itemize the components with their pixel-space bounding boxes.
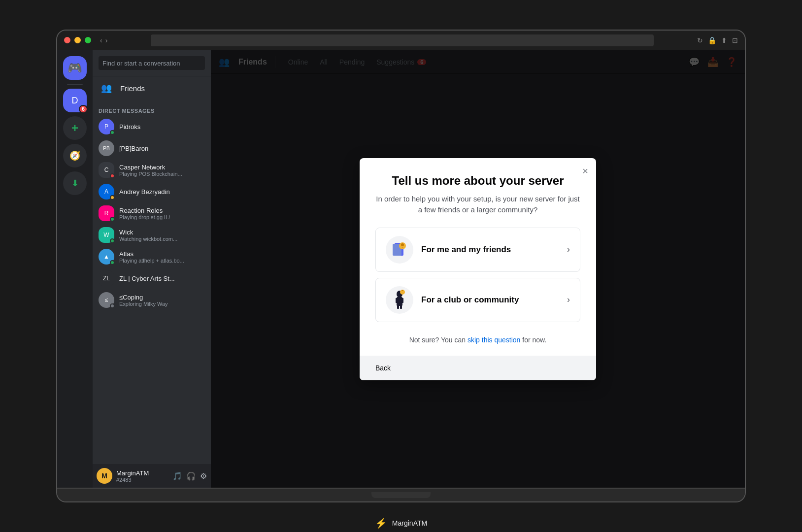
server-icon-add[interactable]: +: [63, 116, 87, 140]
modal-close-button[interactable]: ×: [582, 166, 588, 176]
dm-username-3: Casper Network: [119, 164, 182, 171]
skip-link[interactable]: skip this question: [468, 336, 520, 344]
dm-status-5: Playing droplet.gg II /: [119, 214, 170, 220]
modal-footer: Back: [360, 356, 596, 380]
dm-avatar-coping: ≤: [99, 292, 114, 308]
dm-user-info-2: [PB]Baron: [119, 145, 148, 152]
current-user-avatar: M: [97, 468, 112, 484]
current-discriminator: #2483: [116, 477, 168, 483]
mute-icon[interactable]: 🎵: [172, 471, 182, 481]
dm-user-info-4: Andrey Bezryadin: [119, 188, 170, 196]
friends-label: Friends: [120, 84, 145, 93]
svg-point-4: [401, 243, 404, 246]
dm-username-2: [PB]Baron: [119, 145, 148, 152]
address-bar[interactable]: [151, 34, 654, 46]
user-tag: MarginATM #2483: [116, 469, 168, 483]
dm-status-6: Watching wickbot.com...: [119, 236, 177, 242]
mac-back-nav[interactable]: ‹: [100, 36, 102, 44]
user-controls: 🎵 🎧 ⚙: [172, 471, 207, 481]
option-community-label: For a club or community: [421, 295, 559, 305]
dm-username-4: Andrey Bezryadin: [119, 188, 170, 196]
discord-home-icon[interactable]: 🎮: [63, 56, 87, 80]
svg-rect-10: [397, 305, 399, 309]
mac-close-btn[interactable]: [64, 37, 70, 43]
server-setup-modal: × Tell us more about your server In orde…: [360, 158, 596, 380]
option-community-card[interactable]: For a club or community ›: [375, 278, 580, 322]
friends-icon: 👥: [99, 80, 114, 96]
dm-user-info-7: Atlas Playing atlhelp + atlas.bo...: [119, 250, 184, 264]
dm-avatar-zl: ZL: [99, 270, 114, 286]
server-badge-1: 6: [79, 105, 88, 113]
dm-username-6: Wick: [119, 229, 177, 236]
svg-rect-8: [396, 298, 398, 303]
option-friends-icon: [386, 236, 413, 264]
settings-icon[interactable]: ⚙: [200, 471, 207, 481]
lock-icon: 🔒: [708, 36, 716, 44]
dm-user-pbaron[interactable]: PB [PB]Baron: [93, 137, 211, 159]
status-dot-reaction: [110, 217, 115, 222]
dm-user-pidroks[interactable]: P Pidroks: [93, 116, 211, 137]
dm-user-coping[interactable]: ≤ ≤Coping Exploring Milky Way: [93, 289, 211, 311]
taskbar: ⚡ MarginATM: [0, 514, 802, 532]
server-icon-1[interactable]: D 6: [63, 89, 87, 112]
headset-icon[interactable]: 🎧: [186, 471, 196, 481]
status-dot-casper: [110, 173, 115, 178]
dm-section-label: DIRECT MESSAGES: [93, 100, 211, 116]
option-friends-chevron: ›: [567, 244, 570, 255]
taskbar-app-label: MarginATM: [392, 519, 427, 527]
status-dot-atlas: [110, 260, 115, 265]
option-friends-card[interactable]: For me and my friends ›: [375, 228, 580, 272]
option-community-chevron: ›: [567, 295, 570, 305]
window-icon[interactable]: ⊡: [732, 36, 738, 44]
dm-user-atlas[interactable]: ▲ Atlas Playing atlhelp + atlas.bo...: [93, 246, 211, 267]
dm-avatar-pidroks: P: [99, 119, 114, 134]
search-placeholder: Find or start a conversation: [102, 60, 180, 67]
dm-status-9: Exploring Milky Way: [119, 301, 168, 307]
dm-avatar-wick: W: [99, 227, 114, 243]
modal-title: Tell us more about your server: [375, 174, 580, 188]
option-community-icon: [386, 286, 413, 314]
dm-user-reaction[interactable]: R Reaction Roles Playing droplet.gg II /: [93, 202, 211, 224]
main-content: 👥 Friends Online All Pending Suggestions…: [211, 50, 745, 488]
dm-search-bar[interactable]: Find or start a conversation: [99, 56, 205, 70]
modal-body: × Tell us more about your server In orde…: [360, 158, 596, 352]
mac-minimize-btn[interactable]: [74, 37, 81, 43]
dm-user-info-3: Casper Network Playing POS Blockchain...: [119, 164, 182, 177]
dm-user-info-6: Wick Watching wickbot.com...: [119, 229, 177, 242]
dm-sidebar: Find or start a conversation 👥 Friends D…: [93, 50, 211, 488]
dm-user-casper[interactable]: C Casper Network Playing POS Blockchain.…: [93, 159, 211, 181]
dm-avatar-atlas: ▲: [99, 249, 114, 265]
status-dot: [110, 130, 115, 135]
reload-icon[interactable]: ↻: [697, 36, 703, 44]
server-icon-discover[interactable]: 🧭: [63, 144, 87, 167]
server-divider: [67, 84, 83, 85]
modal-subtitle: In order to help you with your setup, is…: [375, 194, 580, 216]
dm-avatar-andrey: A: [99, 184, 114, 200]
dm-username-7: Atlas: [119, 250, 184, 258]
dm-user-zl[interactable]: ZL ZL | Cyber Arts St...: [93, 267, 211, 289]
mac-forward-nav[interactable]: ›: [105, 36, 108, 44]
dm-user-andrey[interactable]: A Andrey Bezryadin: [93, 181, 211, 202]
friends-nav-item[interactable]: 👥 Friends: [93, 76, 211, 100]
modal-overlay: × Tell us more about your server In orde…: [211, 50, 745, 488]
taskbar-discord-icon: ⚡: [375, 517, 387, 529]
svg-rect-9: [401, 298, 403, 303]
laptop-bottom: [57, 488, 745, 501]
mac-maximize-btn[interactable]: [85, 37, 91, 43]
status-dot-andrey: [110, 195, 115, 200]
dm-user-info: Pidroks: [119, 123, 140, 131]
dm-username: Pidroks: [119, 123, 140, 131]
status-dot-wick: [110, 238, 115, 243]
current-username: MarginATM: [116, 469, 168, 477]
mac-nav-btns: ‹ ›: [100, 36, 107, 44]
back-button[interactable]: Back: [375, 364, 391, 372]
dm-user-info-9: ≤Coping Exploring Milky Way: [119, 294, 168, 307]
discord-app: 🎮 D 6 + 🧭 ⬇ Find or start a conversation: [57, 50, 745, 488]
dm-user-wick[interactable]: W Wick Watching wickbot.com...: [93, 224, 211, 246]
mac-titlebar: ‹ › ↻ 🔒 ⬆ ⊡: [57, 31, 745, 50]
user-area: M MarginATM #2483 🎵 🎧 ⚙: [93, 464, 211, 488]
share-icon[interactable]: ⬆: [721, 36, 727, 44]
dm-status-7: Playing atlhelp + atlas.bo...: [119, 258, 184, 264]
dm-status-3: Playing POS Blockchain...: [119, 171, 182, 177]
server-icon-download[interactable]: ⬇: [63, 171, 87, 195]
